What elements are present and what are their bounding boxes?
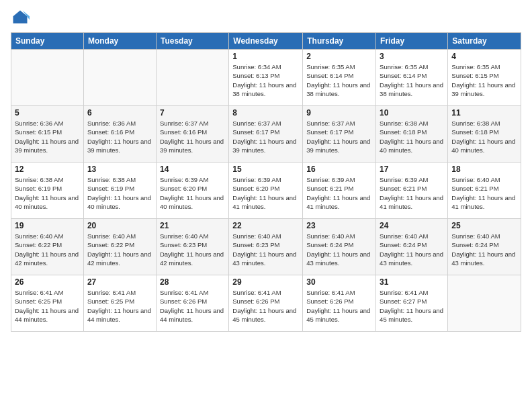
day-cell: 29Sunrise: 6:41 AM Sunset: 6:26 PM Dayli… — [229, 275, 303, 332]
day-cell: 28Sunrise: 6:41 AM Sunset: 6:26 PM Dayli… — [156, 275, 228, 332]
day-cell: 19Sunrise: 6:40 AM Sunset: 6:22 PM Dayli… — [11, 219, 84, 275]
day-cell — [156, 50, 228, 106]
header — [11, 8, 521, 27]
day-number: 7 — [160, 108, 225, 118]
day-number: 10 — [380, 108, 444, 118]
day-number: 31 — [380, 277, 444, 287]
day-info: Sunrise: 6:41 AM Sunset: 6:26 PM Dayligh… — [306, 288, 372, 324]
day-cell: 7Sunrise: 6:37 AM Sunset: 6:16 PM Daylig… — [156, 106, 228, 163]
day-number: 22 — [232, 221, 299, 230]
day-number: 2 — [306, 52, 372, 61]
day-number: 24 — [380, 221, 444, 230]
week-row-3: 12Sunrise: 6:38 AM Sunset: 6:19 PM Dayli… — [11, 163, 521, 219]
week-row-2: 5Sunrise: 6:36 AM Sunset: 6:15 PM Daylig… — [11, 106, 521, 163]
day-info: Sunrise: 6:39 AM Sunset: 6:21 PM Dayligh… — [306, 175, 372, 211]
day-number: 12 — [15, 165, 80, 174]
day-info: Sunrise: 6:38 AM Sunset: 6:19 PM Dayligh… — [15, 175, 80, 211]
week-row-1: 1Sunrise: 6:34 AM Sunset: 6:13 PM Daylig… — [11, 50, 521, 106]
weekday-header-row: SundayMondayTuesdayWednesdayThursdayFrid… — [11, 33, 521, 50]
logo-icon — [11, 8, 30, 27]
day-number: 25 — [451, 221, 517, 230]
day-cell: 24Sunrise: 6:40 AM Sunset: 6:24 PM Dayli… — [376, 219, 448, 275]
day-number: 14 — [160, 165, 225, 174]
day-number: 3 — [380, 52, 444, 61]
day-cell: 26Sunrise: 6:41 AM Sunset: 6:25 PM Dayli… — [11, 275, 84, 332]
weekday-header-friday: Friday — [376, 33, 448, 50]
day-cell: 10Sunrise: 6:38 AM Sunset: 6:18 PM Dayli… — [376, 106, 448, 163]
day-cell: 23Sunrise: 6:40 AM Sunset: 6:24 PM Dayli… — [303, 219, 376, 275]
day-number: 1 — [232, 52, 299, 61]
day-info: Sunrise: 6:40 AM Sunset: 6:23 PM Dayligh… — [160, 232, 225, 267]
weekday-header-thursday: Thursday — [303, 33, 376, 50]
day-cell: 31Sunrise: 6:41 AM Sunset: 6:27 PM Dayli… — [376, 275, 448, 332]
day-number: 19 — [15, 221, 80, 230]
day-cell — [83, 50, 156, 106]
day-cell: 16Sunrise: 6:39 AM Sunset: 6:21 PM Dayli… — [303, 163, 376, 219]
day-cell: 1Sunrise: 6:34 AM Sunset: 6:13 PM Daylig… — [229, 50, 303, 106]
day-cell: 6Sunrise: 6:36 AM Sunset: 6:16 PM Daylig… — [83, 106, 156, 163]
day-info: Sunrise: 6:35 AM Sunset: 6:15 PM Dayligh… — [451, 62, 517, 98]
day-info: Sunrise: 6:40 AM Sunset: 6:23 PM Dayligh… — [232, 232, 299, 267]
page: SundayMondayTuesdayWednesdayThursdayFrid… — [0, 0, 532, 411]
day-info: Sunrise: 6:40 AM Sunset: 6:21 PM Dayligh… — [451, 175, 517, 211]
day-info: Sunrise: 6:40 AM Sunset: 6:22 PM Dayligh… — [15, 232, 80, 267]
day-info: Sunrise: 6:40 AM Sunset: 6:24 PM Dayligh… — [380, 232, 444, 267]
day-info: Sunrise: 6:41 AM Sunset: 6:26 PM Dayligh… — [232, 288, 299, 324]
day-number: 9 — [306, 108, 372, 118]
day-info: Sunrise: 6:39 AM Sunset: 6:20 PM Dayligh… — [160, 175, 225, 211]
day-cell: 17Sunrise: 6:39 AM Sunset: 6:21 PM Dayli… — [376, 163, 448, 219]
weekday-header-tuesday: Tuesday — [156, 33, 228, 50]
day-cell — [11, 50, 84, 106]
weekday-header-saturday: Saturday — [448, 33, 521, 50]
day-info: Sunrise: 6:41 AM Sunset: 6:25 PM Dayligh… — [87, 288, 152, 324]
day-number: 26 — [15, 277, 80, 287]
week-row-4: 19Sunrise: 6:40 AM Sunset: 6:22 PM Dayli… — [11, 219, 521, 275]
day-info: Sunrise: 6:37 AM Sunset: 6:17 PM Dayligh… — [232, 119, 299, 154]
week-row-5: 26Sunrise: 6:41 AM Sunset: 6:25 PM Dayli… — [11, 275, 521, 332]
logo — [11, 8, 32, 27]
day-number: 5 — [15, 108, 80, 118]
day-number: 17 — [380, 165, 444, 174]
day-info: Sunrise: 6:38 AM Sunset: 6:19 PM Dayligh… — [87, 175, 152, 211]
day-cell — [448, 275, 521, 332]
day-number: 30 — [306, 277, 372, 287]
day-cell: 15Sunrise: 6:39 AM Sunset: 6:20 PM Dayli… — [229, 163, 303, 219]
day-number: 28 — [160, 277, 225, 287]
weekday-header-wednesday: Wednesday — [229, 33, 303, 50]
day-number: 27 — [87, 277, 152, 287]
day-number: 16 — [306, 165, 372, 174]
day-cell: 11Sunrise: 6:38 AM Sunset: 6:18 PM Dayli… — [448, 106, 521, 163]
day-cell: 22Sunrise: 6:40 AM Sunset: 6:23 PM Dayli… — [229, 219, 303, 275]
day-info: Sunrise: 6:41 AM Sunset: 6:26 PM Dayligh… — [160, 288, 225, 324]
day-info: Sunrise: 6:35 AM Sunset: 6:14 PM Dayligh… — [380, 62, 444, 98]
day-cell: 25Sunrise: 6:40 AM Sunset: 6:24 PM Dayli… — [448, 219, 521, 275]
day-info: Sunrise: 6:36 AM Sunset: 6:16 PM Dayligh… — [87, 119, 152, 154]
day-info: Sunrise: 6:37 AM Sunset: 6:17 PM Dayligh… — [306, 119, 372, 154]
day-number: 29 — [232, 277, 299, 287]
day-info: Sunrise: 6:37 AM Sunset: 6:16 PM Dayligh… — [160, 119, 225, 154]
day-cell: 20Sunrise: 6:40 AM Sunset: 6:22 PM Dayli… — [83, 219, 156, 275]
calendar-table: SundayMondayTuesdayWednesdayThursdayFrid… — [11, 32, 521, 332]
day-cell: 18Sunrise: 6:40 AM Sunset: 6:21 PM Dayli… — [448, 163, 521, 219]
day-cell: 21Sunrise: 6:40 AM Sunset: 6:23 PM Dayli… — [156, 219, 228, 275]
day-info: Sunrise: 6:35 AM Sunset: 6:14 PM Dayligh… — [306, 62, 372, 98]
day-number: 21 — [160, 221, 225, 230]
day-number: 11 — [451, 108, 517, 118]
day-cell: 2Sunrise: 6:35 AM Sunset: 6:14 PM Daylig… — [303, 50, 376, 106]
day-info: Sunrise: 6:36 AM Sunset: 6:15 PM Dayligh… — [15, 119, 80, 154]
day-info: Sunrise: 6:39 AM Sunset: 6:20 PM Dayligh… — [232, 175, 299, 211]
weekday-header-monday: Monday — [83, 33, 156, 50]
day-cell: 30Sunrise: 6:41 AM Sunset: 6:26 PM Dayli… — [303, 275, 376, 332]
day-cell: 14Sunrise: 6:39 AM Sunset: 6:20 PM Dayli… — [156, 163, 228, 219]
day-cell: 12Sunrise: 6:38 AM Sunset: 6:19 PM Dayli… — [11, 163, 84, 219]
svg-marker-0 — [13, 11, 28, 24]
day-info: Sunrise: 6:39 AM Sunset: 6:21 PM Dayligh… — [380, 175, 444, 211]
day-info: Sunrise: 6:41 AM Sunset: 6:27 PM Dayligh… — [380, 288, 444, 324]
day-info: Sunrise: 6:40 AM Sunset: 6:24 PM Dayligh… — [306, 232, 372, 267]
day-number: 8 — [232, 108, 299, 118]
day-cell: 27Sunrise: 6:41 AM Sunset: 6:25 PM Dayli… — [83, 275, 156, 332]
day-info: Sunrise: 6:34 AM Sunset: 6:13 PM Dayligh… — [232, 62, 299, 98]
day-number: 6 — [87, 108, 152, 118]
day-info: Sunrise: 6:40 AM Sunset: 6:22 PM Dayligh… — [87, 232, 152, 267]
day-info: Sunrise: 6:38 AM Sunset: 6:18 PM Dayligh… — [380, 119, 444, 154]
